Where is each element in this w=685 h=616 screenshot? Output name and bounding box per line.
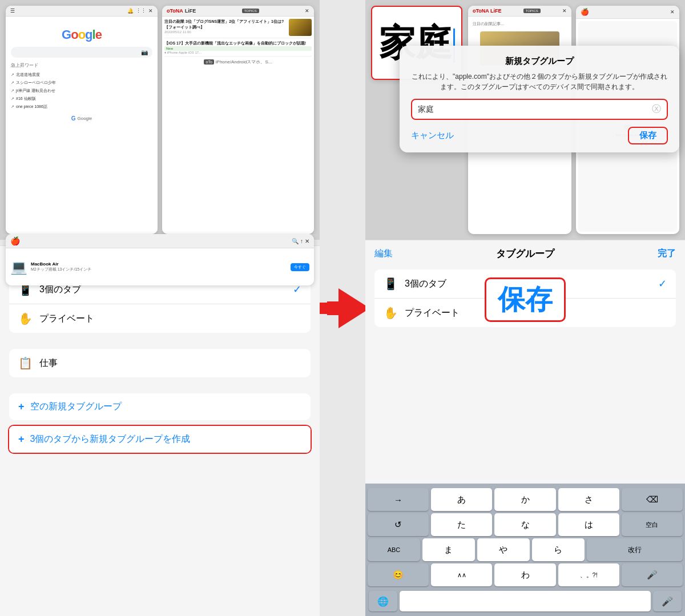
news-close-icon[interactable]: ✕ (305, 8, 309, 14)
dialog-body: これにより、"apple.com"およびその他２個のタブから新規タブグループが作… (411, 71, 668, 92)
left-browser-area: ☰ 🔔 ⋮⋮ ✕ Google 📷 急上昇ワード ↗ (0, 0, 320, 240)
right-tab-group-title: タブグループ (496, 247, 554, 260)
plus-icon-empty: + (18, 401, 25, 413)
key-mic-bottom[interactable]: 🎤 (653, 591, 682, 611)
google-browser-card: ☰ 🔔 ⋮⋮ ✕ Google 📷 急上昇ワード ↗ (6, 6, 158, 234)
keyboard-row-3: ABC ま や ら 改行 (368, 538, 683, 561)
private-label: プライベート (39, 313, 301, 325)
arrow (316, 288, 370, 328)
dialog-buttons: キャンセル 保存 (411, 127, 668, 144)
trending-item-3: ↗ jr神戸線 運転見合わせ (11, 87, 152, 95)
cancel-button[interactable]: キャンセル (411, 130, 454, 141)
news-footer: oTo iPhone/Androidスマホ、S... (164, 59, 312, 65)
news-card-header: oToNA LiFE TOPICS ✕ (162, 6, 314, 17)
dialog-input-row: 家庭 ⓧ (411, 99, 668, 120)
bell-icon: 🔔 (127, 8, 134, 14)
news-card-body: 注目の副業 3位「ブログ/SNS運営」2位「アフィリエイト」1位は?【フォーイッ… (162, 17, 314, 234)
key-wa[interactable]: わ (494, 563, 555, 586)
big-save-label: 保存 (485, 277, 566, 322)
key-ya[interactable]: や (477, 538, 530, 561)
left-new-group-section: + 空の新規タブグループ (9, 393, 311, 420)
right-edit-button[interactable]: 編集 (374, 248, 393, 260)
key-backspace[interactable]: ⌫ (622, 488, 683, 511)
key-spacebar-bottom[interactable] (400, 591, 651, 611)
plus-icon-tabs: + (18, 433, 25, 445)
highlighted-new-group[interactable]: + 3個のタブから新規タブグループを作成 (8, 425, 312, 454)
right-panel: 家庭 oToNA LiFE TOPICS ✕ 注目の副業記事... 🍎 ✕ M2… (365, 0, 685, 616)
key-space[interactable]: 空白 (622, 513, 683, 536)
right-tab-group-header: 編集 タブグループ 完了 (365, 240, 685, 267)
new-tabs-group-label: 3個のタブから新規タブグループを作成 (30, 433, 191, 445)
new-tab-group-dialog: 新規タブグループ これにより、"apple.com"およびその他２個のタブから新… (400, 46, 679, 152)
right-bottom-list: 編集 タブグループ 完了 📱 3個のタブ ✓ ✋ プライベート 保存 → あ か (365, 240, 685, 616)
list-divider-2 (0, 380, 320, 391)
work-icon: 📋 (18, 356, 33, 370)
private-icon: ✋ (18, 312, 33, 325)
key-ha[interactable]: は (558, 513, 619, 536)
key-globe[interactable]: 🌐 (369, 591, 397, 611)
left-bottom-list: 編集 タブグループ 完了 📱 3個のタブ ✓ ✋ プライベート 📋 仕事 (0, 245, 320, 616)
key-a[interactable]: あ (431, 488, 492, 511)
new-empty-group-item[interactable]: + 空の新規タブグループ (9, 393, 311, 420)
keyboard-spacer (365, 329, 685, 506)
left-panel: ☰ 🔔 ⋮⋮ ✕ Google 📷 急上昇ワード ↗ (0, 0, 320, 616)
right-apple-header: 🍎 ✕ (576, 6, 679, 19)
apple-card-row: 🍎 🔍 ↑ ✕ 💻 MacBook Air M2チップ搭載 13インチ/15イン… (0, 234, 320, 240)
trending-item-5: ↗ one piece 1086話 (11, 103, 152, 111)
right-tabs-icon: 📱 (384, 277, 398, 291)
key-abc[interactable]: ABC (368, 538, 420, 561)
key-mic[interactable]: 🎤 (622, 563, 683, 586)
list-divider-1 (0, 335, 320, 347)
trending-title: 急上昇ワード (11, 62, 152, 69)
list-item-private[interactable]: ✋ プライベート (9, 304, 311, 333)
save-button-outlined[interactable]: 保存 (628, 127, 668, 144)
apple-select-btn[interactable]: 今すぐ (291, 263, 309, 271)
right-apple-close[interactable]: ✕ (670, 9, 675, 15)
key-na[interactable]: な (494, 513, 555, 536)
right-private-icon: ✋ (384, 306, 398, 320)
google-card-header: ☰ 🔔 ⋮⋮ ✕ (6, 6, 158, 17)
search-icon: 🔍 (292, 238, 299, 244)
right-news-close[interactable]: ✕ (562, 8, 567, 14)
news-item-2: 【iOS 17】大手店の新機能「流出なエッチな画像」を自動的にブロックが話題! … (164, 41, 312, 57)
trending-section: 急上昇ワード ↗ 北道道地震度 ↗ スシローベロベロ少年 ↗ jr神戸線 運転見… (8, 62, 155, 111)
key-arrow[interactable]: → (368, 488, 429, 511)
key-ra[interactable]: ら (532, 538, 585, 561)
news-item-1: 注目の副業 3位「ブログ/SNS運営」2位「アフィリエイト」1位は?【フォーイッ… (164, 19, 312, 38)
google-card-body: Google 📷 急上昇ワード ↗ 北道道地震度 ↗ スシローベロベロ少年 (6, 17, 158, 234)
share-icon: ↑ (300, 238, 303, 244)
key-emoji[interactable]: 😊 (368, 563, 429, 586)
topics-badge: TOPICS (242, 9, 259, 13)
google-search-bar[interactable]: 📷 (11, 47, 152, 58)
apple-browser-card: 🍎 🔍 ↑ ✕ 💻 MacBook Air M2チップ搭載 13インチ/15イン… (6, 234, 314, 285)
apple-close-icon[interactable]: ✕ (305, 238, 309, 244)
key-ma[interactable]: ま (422, 538, 475, 561)
google-logo: Google (8, 27, 155, 42)
close-icon[interactable]: ✕ (148, 8, 153, 14)
otona-life-logo: oToNA LiFE (167, 8, 196, 14)
clear-input-icon[interactable]: ⓧ (652, 103, 661, 115)
trending-item-2: ↗ スシローベロベロ少年 (11, 79, 152, 87)
work-label: 仕事 (39, 357, 301, 369)
key-return[interactable]: 改行 (587, 538, 683, 561)
keyboard-row-4: 😊 ∧∧ わ 、。?! 🎤 (368, 563, 683, 586)
google-footer: G Google (8, 115, 155, 122)
key-ta[interactable]: た (431, 513, 492, 536)
keyboard-row-2: ↺ た な は 空白 (368, 513, 683, 536)
right-done-button[interactable]: 完了 (658, 248, 676, 260)
key-hatena[interactable]: ∧∧ (431, 563, 492, 586)
highlighted-new-group-container: + 3個のタブから新規タブグループを作成 (8, 425, 312, 454)
key-ka[interactable]: か (494, 488, 555, 511)
key-punct[interactable]: 、。?! (558, 563, 619, 586)
arrow-container (320, 0, 365, 616)
japanese-keyboard[interactable]: → あ か さ ⌫ ↺ た な は 空白 ABC ま や ら 改行 😊 (365, 484, 685, 616)
keyboard-bottom-row: 🌐 🎤 (368, 589, 683, 611)
save-label: 保存 (639, 130, 656, 140)
key-undo[interactable]: ↺ (368, 513, 429, 536)
new-tabs-group-item[interactable]: + 3個のタブから新規タブグループを作成 (9, 426, 311, 453)
key-sa[interactable]: さ (558, 488, 619, 511)
list-item-work[interactable]: 📋 仕事 (9, 349, 311, 377)
dialog-title: 新規タブグループ (411, 56, 668, 67)
dialog-input[interactable]: 家庭 (418, 104, 652, 115)
right-news-header: oToNA LiFE TOPICS ✕ (468, 6, 571, 17)
